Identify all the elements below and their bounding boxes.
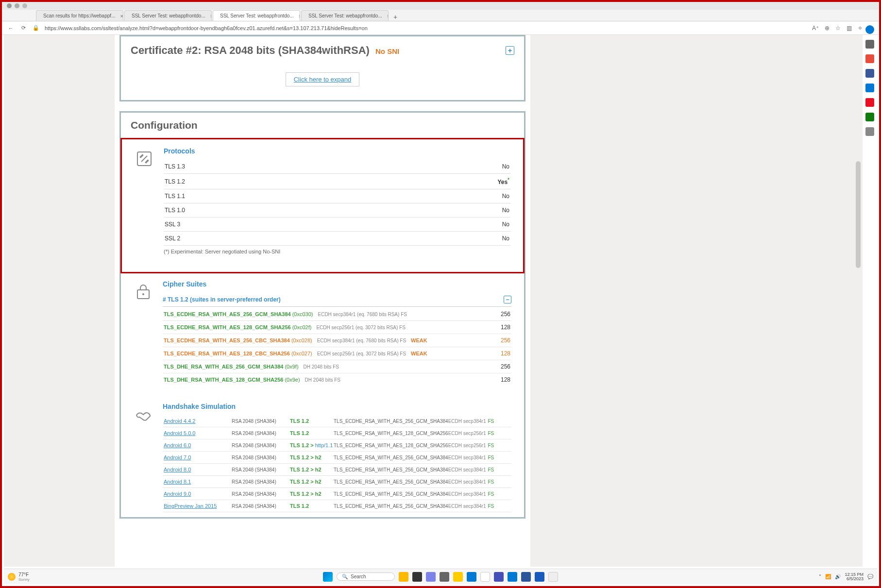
address-bar: ← ⟳ 🔒 A⁺ ⊕ ☆ ▥ ✧ ⋯	[2, 21, 879, 35]
close-tab-icon[interactable]: ×	[210, 13, 212, 19]
sun-icon	[8, 573, 16, 581]
search-sidebar-icon[interactable]	[865, 40, 874, 49]
handshake-row: Android 8.1RSA 2048 (SHA384)TLS 1.2 > h2…	[163, 476, 511, 488]
handshake-curve: ECDH secp256r1	[448, 443, 486, 448]
tray-chevron-icon[interactable]: ˄	[819, 574, 821, 579]
cipher-icon	[134, 282, 153, 302]
notifications-icon[interactable]: 💬	[867, 574, 873, 579]
taskbar-search[interactable]: 🔍 Search	[337, 572, 395, 581]
cipher-subheading: # TLS 1.2 (suites in server-preferred or…	[163, 296, 281, 303]
explorer-icon[interactable]	[399, 572, 408, 582]
handshake-curve: ECDH secp384r1	[448, 504, 486, 509]
handshake-fs: FS	[488, 491, 494, 497]
handshake-rsa: RSA 2048 (SHA384)	[232, 455, 290, 460]
tools-icon[interactable]	[865, 69, 874, 78]
cipher-meta: ECDH secp384r1 (eq. 7680 bits RSA) FS	[317, 338, 406, 343]
expand-certificate-button[interactable]: +	[506, 46, 514, 55]
handshake-client-link[interactable]: Android 6.0	[164, 442, 232, 448]
taskbar-date: 6/5/2023	[845, 577, 864, 581]
browser-tab[interactable]: Scan results for https://webappf...×	[36, 10, 123, 21]
handshake-fs: FS	[488, 479, 494, 485]
protocol-name: TLS 1.3	[164, 160, 377, 174]
collections-icon[interactable]: ▥	[847, 25, 852, 32]
start-button[interactable]	[323, 572, 333, 582]
taskbar-clock[interactable]: 12:15 PM 6/5/2023	[845, 572, 864, 581]
handshake-cipher: TLS_ECDHE_RSA_WITH_AES_256_GCM_SHA384	[334, 419, 448, 424]
read-aloud-icon[interactable]: A⁺	[812, 25, 819, 32]
handshake-curve: ECDH secp384r1	[448, 419, 486, 424]
protocol-name: SSL 2	[164, 232, 377, 246]
edge-icon[interactable]	[467, 572, 476, 582]
outlook-taskbar-icon[interactable]	[508, 572, 517, 582]
cipher-name: TLS_ECDHE_RSA_WITH_AES_128_CBC_SHA256 (0…	[164, 351, 312, 356]
browser-tab[interactable]: SSL Server Test: webappfrontdo...×	[213, 10, 300, 21]
close-tab-icon[interactable]: ×	[120, 13, 123, 19]
weather-temp: 77°F	[18, 572, 30, 577]
cipher-meta: DH 2048 bits FS	[305, 377, 340, 383]
close-tab-icon[interactable]: ×	[299, 13, 300, 19]
handshake-protocol: TLS 1.2 > http/1.1	[290, 442, 334, 448]
handshake-curve: ECDH secp384r1	[448, 479, 486, 485]
extensions-icon[interactable]: ✧	[858, 25, 863, 32]
volume-icon[interactable]: 🔊	[835, 574, 841, 579]
plus-icon[interactable]	[865, 127, 874, 136]
click-to-expand-link[interactable]: Click here to expand	[286, 72, 360, 86]
page-scrollbar-thumb[interactable]	[856, 161, 861, 268]
favorite-icon[interactable]: ☆	[835, 25, 841, 32]
handshake-cipher: TLS_ECDHE_RSA_WITH_AES_256_GCM_SHA384	[334, 479, 448, 485]
settings-icon[interactable]	[440, 572, 449, 582]
cipher-suites-title: Cipher Suites	[163, 280, 511, 288]
refresh-icon[interactable]: ⟳	[19, 24, 27, 32]
close-tab-icon[interactable]: ×	[387, 13, 389, 19]
handshake-client-link[interactable]: Android 8.1	[164, 479, 232, 485]
handshake-client-link[interactable]: Android 9.0	[164, 491, 232, 497]
teams-icon[interactable]	[494, 572, 504, 582]
handshake-protocol: TLS 1.2	[290, 503, 334, 509]
zoom-icon[interactable]: ⊕	[825, 25, 830, 32]
tab-title: SSL Server Test: webappfrontdo...	[220, 13, 294, 18]
tab-title: SSL Server Test: webappfrontdo...	[308, 13, 382, 18]
taskbar: 77°F Sunny 🔍 Search ˄ 📶 🔊 12:15 PM 6/5/2…	[4, 569, 877, 584]
bing-icon[interactable]	[865, 25, 874, 34]
configuration-box: Configuration Protocols TLS 1.3NoTLS 1.2…	[119, 111, 525, 519]
handshake-client-link[interactable]: Android 7.0	[164, 454, 232, 460]
protocol-value: Yes*	[377, 174, 510, 189]
office-icon[interactable]	[865, 98, 874, 107]
games-icon[interactable]	[865, 113, 874, 121]
shopping-icon[interactable]	[865, 54, 874, 63]
handshake-protocol: TLS 1.2 > h2	[290, 479, 334, 485]
handshake-client-link[interactable]: Android 4.4.2	[164, 418, 232, 424]
outlook-icon[interactable]	[865, 84, 874, 92]
handshake-client-link[interactable]: BingPreview Jan 2015	[164, 503, 232, 509]
protocol-value: No	[377, 218, 510, 232]
url-input[interactable]	[45, 25, 807, 31]
files-icon[interactable]	[453, 572, 463, 582]
snip-icon[interactable]	[548, 572, 558, 582]
chrome-icon[interactable]	[480, 572, 490, 582]
new-tab-button[interactable]: +	[390, 13, 401, 21]
protocol-name: SSL 3	[164, 218, 377, 232]
handshake-cipher: TLS_ECDHE_RSA_WITH_AES_256_GCM_SHA384	[334, 455, 448, 460]
cipher-meta: ECDH secp384r1 (eq. 7680 bits RSA) FS	[318, 312, 407, 317]
protocols-icon	[135, 149, 154, 168]
handshake-client-link[interactable]: Android 8.0	[164, 467, 232, 472]
handshake-client-link[interactable]: Android 5.0.0	[164, 430, 232, 436]
word-icon[interactable]	[521, 572, 531, 582]
app-icon[interactable]	[535, 572, 544, 582]
handshake-rsa: RSA 2048 (SHA384)	[232, 443, 290, 448]
cipher-row: TLS_DHE_RSA_WITH_AES_256_GCM_SHA384 (0x9…	[163, 360, 511, 373]
handshake-curve: ECDH secp384r1	[448, 491, 486, 497]
browser-tab[interactable]: SSL Server Test: webappfrontdo...×	[301, 10, 389, 21]
protocol-value: No	[377, 189, 510, 203]
terminal-icon[interactable]	[412, 572, 422, 582]
wifi-icon[interactable]: 📶	[825, 574, 831, 579]
protocol-row: TLS 1.3No	[164, 160, 510, 174]
chat-icon[interactable]	[426, 572, 436, 582]
weather-widget[interactable]: 77°F Sunny	[8, 572, 30, 582]
collapse-ciphers-button[interactable]: −	[504, 296, 511, 303]
configuration-heading: Configuration	[121, 113, 524, 138]
cipher-row: TLS_DHE_RSA_WITH_AES_128_GCM_SHA256 (0x9…	[163, 373, 511, 386]
handshake-fs: FS	[488, 504, 494, 509]
back-icon[interactable]: ←	[7, 24, 15, 32]
browser-tab[interactable]: SSL Server Test: webappfrontdo...×	[124, 10, 212, 21]
